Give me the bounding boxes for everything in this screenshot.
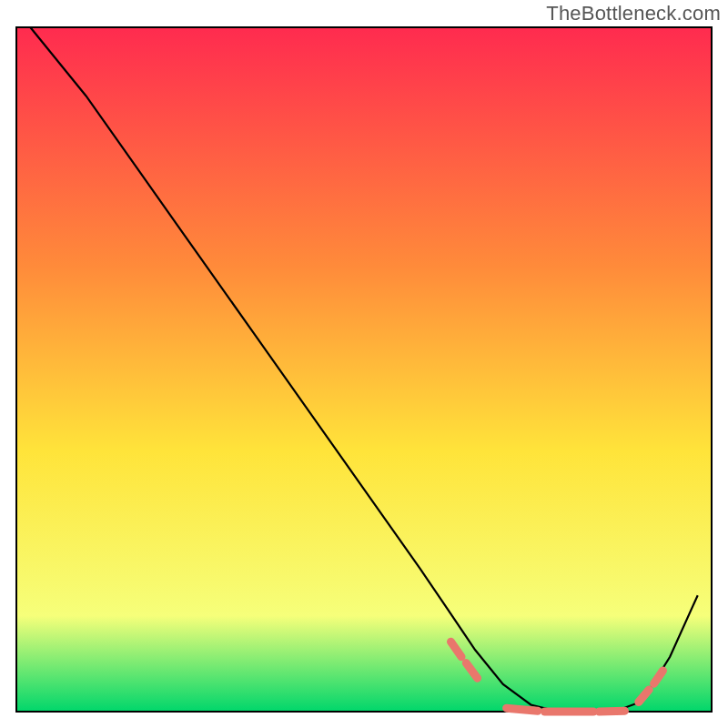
marker-dash xyxy=(599,711,624,712)
plot-background xyxy=(16,27,712,712)
watermark-text: TheBottleneck.com xyxy=(546,2,721,25)
marker-dash xyxy=(507,708,538,711)
chart-frame: { "watermark": "TheBottleneck.com", "cha… xyxy=(0,0,728,728)
chart-svg xyxy=(0,0,728,728)
